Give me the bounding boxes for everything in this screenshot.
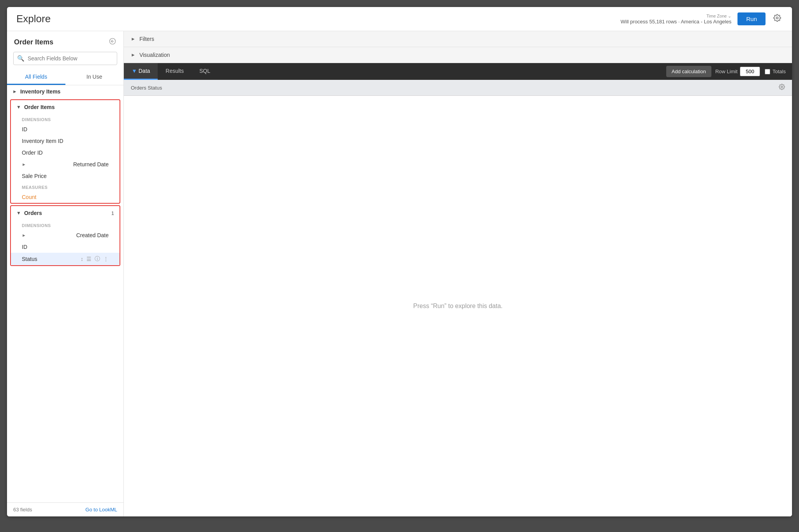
measures-label-order-items: MEASURES — [11, 182, 120, 191]
search-icon: 🔍 — [17, 55, 25, 62]
process-text: Will process 55,181 rows · America - Los… — [621, 19, 732, 25]
results-column-label: Orders Status — [131, 85, 779, 91]
sidebar-header: Order Items — [7, 31, 123, 50]
field-created-date[interactable]: ► Created Date — [11, 229, 120, 241]
visualization-header[interactable]: ► Visualization — [124, 47, 792, 63]
sidebar-back-button[interactable] — [109, 37, 116, 47]
field-sale-price[interactable]: Sale Price — [11, 170, 120, 182]
back-icon — [109, 37, 116, 45]
gear-icon — [773, 14, 781, 22]
row-limit-container: Row Limit — [715, 67, 760, 76]
group-order-items: ▼ Order Items DIMENSIONS ID Inventory It… — [10, 99, 120, 204]
field-order-items-id[interactable]: ID — [11, 123, 120, 135]
timezone-label: Time Zone ⌄ — [621, 14, 732, 19]
gear-results-icon — [779, 84, 785, 90]
visualization-expand-icon: ► — [131, 52, 136, 58]
results-header: Orders Status — [124, 80, 792, 96]
group-inventory-items-header[interactable]: ► Inventory Items — [7, 85, 123, 98]
filters-section: ► Filters — [124, 31, 792, 47]
results-settings-icon[interactable] — [779, 84, 785, 92]
search-box: 🔍 — [13, 52, 117, 65]
group-inventory-items: ► Inventory Items — [7, 85, 123, 98]
process-info: Time Zone ⌄ Will process 55,181 rows · A… — [621, 14, 732, 25]
field-inventory-item-id[interactable]: Inventory Item ID — [11, 135, 120, 147]
dimensions-label-orders: DIMENSIONS — [11, 220, 120, 229]
sort-icon[interactable]: ↕ — [81, 256, 83, 262]
field-order-id[interactable]: Order ID — [11, 147, 120, 159]
totals-checkbox[interactable] — [765, 69, 770, 74]
tab-sql[interactable]: SQL — [192, 63, 218, 80]
right-panel: ► Filters ► Visualization ▼ Data Results — [124, 31, 792, 516]
field-returned-date[interactable]: ► Returned Date — [11, 159, 120, 170]
tab-data[interactable]: ▼ Data — [124, 63, 158, 80]
fields-count: 63 fields — [13, 507, 32, 513]
tab-in-use[interactable]: In Use — [65, 70, 124, 85]
group-orders-header[interactable]: ▼ Orders 1 — [11, 206, 120, 220]
chevron-right-icon: ► — [12, 89, 17, 94]
filters-header[interactable]: ► Filters — [124, 31, 792, 47]
expand-arrow-created-date-icon: ► — [22, 233, 26, 238]
app-title: Explore — [16, 13, 51, 25]
field-status[interactable]: Status ↕ ☰ ⓘ ⋮ — [11, 253, 120, 265]
expand-arrow-icon: ► — [22, 162, 26, 167]
data-toolbar: ▼ Data Results SQL Add calculation Row L… — [124, 63, 792, 80]
field-list: ► Inventory Items ▼ Order Items DIMENSIO… — [7, 85, 123, 502]
empty-state: Press “Run” to explore this data. — [124, 96, 792, 516]
svg-point-3 — [781, 86, 783, 88]
group-orders: ▼ Orders 1 DIMENSIONS ► Created Date ID — [10, 205, 120, 266]
search-input[interactable] — [13, 52, 117, 65]
go-to-lookml-link[interactable]: Go to LookML — [85, 507, 117, 513]
timezone-dropdown-arrow[interactable]: ⌄ — [728, 14, 731, 18]
settings-icon-btn[interactable] — [772, 12, 783, 25]
dimensions-label-order-items: DIMENSIONS — [11, 114, 120, 123]
sidebar-footer: 63 fields Go to LookML — [7, 502, 123, 516]
top-header: Explore Time Zone ⌄ Will process 55,181 … — [7, 7, 792, 31]
tab-row: All Fields In Use — [7, 70, 123, 85]
field-orders-id[interactable]: ID — [11, 241, 120, 253]
filters-expand-icon: ► — [131, 36, 136, 42]
totals-label: Totals — [773, 69, 786, 74]
sidebar-title: Order Items — [14, 38, 53, 46]
data-tab-arrow-icon: ▼ — [132, 68, 139, 74]
sidebar: Order Items 🔍 All Fields I — [7, 31, 124, 516]
visualization-section: ► Visualization — [124, 47, 792, 63]
chevron-down-icon-orders: ▼ — [16, 210, 21, 216]
row-limit-label: Row Limit — [715, 69, 737, 74]
info-icon[interactable]: ⓘ — [95, 255, 100, 262]
svg-point-0 — [776, 17, 778, 19]
more-icon[interactable]: ⋮ — [103, 256, 109, 262]
main-layout: Order Items 🔍 All Fields I — [7, 31, 792, 516]
chevron-down-icon: ▼ — [16, 104, 21, 110]
tab-all-fields[interactable]: All Fields — [7, 70, 65, 85]
totals-container: Totals — [765, 69, 786, 74]
header-right: Time Zone ⌄ Will process 55,181 rows · A… — [621, 12, 783, 25]
field-actions: ↕ ☰ ⓘ ⋮ — [81, 255, 109, 262]
filter-icon[interactable]: ☰ — [86, 256, 92, 262]
row-limit-input[interactable] — [740, 67, 760, 76]
run-button[interactable]: Run — [737, 12, 766, 25]
tab-results[interactable]: Results — [158, 63, 192, 80]
field-count[interactable]: Count — [11, 191, 120, 203]
add-calculation-button[interactable]: Add calculation — [666, 66, 711, 77]
group-order-items-header[interactable]: ▼ Order Items — [11, 100, 120, 114]
